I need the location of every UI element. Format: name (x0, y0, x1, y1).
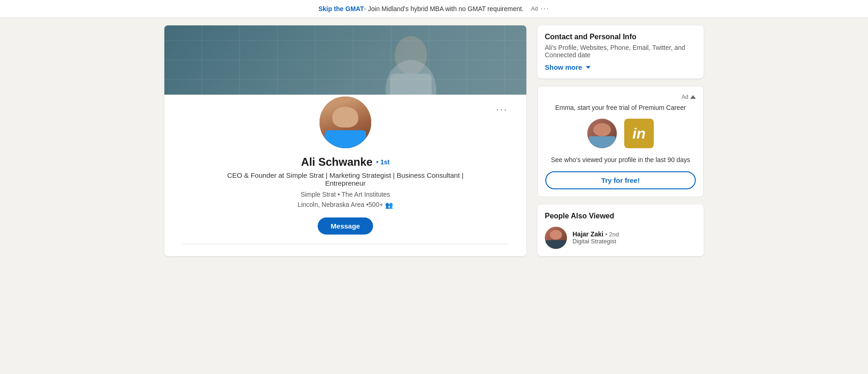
skip-gmat-link[interactable]: Skip the GMAT (319, 5, 364, 12)
linkedin-premium-logo: in (624, 119, 654, 148)
right-sidebar: Contact and Personal Info Ali's Profile,… (537, 25, 704, 256)
premium-subtext: See who's viewed your profile in the las… (545, 156, 696, 165)
avatar-wrapper (183, 95, 508, 150)
profile-divider (183, 244, 508, 244)
profile-content: ··· Ali Schwanke • 1st CEO & Founder at … (164, 95, 526, 255)
ad-description-text: - Join Midland's hybrid MBA with no GMAT… (364, 5, 524, 12)
profile-name-row: Ali Schwanke • 1st (183, 156, 508, 169)
premium-ad-label: Ad (681, 94, 688, 100)
profile-headline: CEO & Founder at Simple Strat | Marketin… (207, 171, 484, 187)
person-title: Digital Strategist (573, 238, 619, 245)
contact-card: Contact and Personal Info Ali's Profile,… (537, 25, 704, 78)
chevron-down-icon (586, 66, 591, 69)
person-avatar (545, 227, 567, 249)
premium-ad-message: Emma, start your free trial of Premium C… (545, 104, 696, 111)
main-layout: ··· Ali Schwanke • 1st CEO & Founder at … (157, 25, 711, 256)
premium-visuals: in (545, 119, 696, 148)
ad-more-options-button[interactable]: ··· (541, 5, 549, 13)
profile-card: ··· Ali Schwanke • 1st CEO & Founder at … (164, 25, 526, 256)
premium-ad-card: Ad Emma, start your free trial of Premiu… (537, 86, 704, 197)
people-also-viewed-title: People Also Viewed (545, 212, 696, 220)
top-ad-banner: Skip the GMAT - Join Midland's hybrid MB… (0, 0, 868, 18)
person-degree-badge: • 2nd (605, 231, 619, 238)
connection-degree-badge: • 1st (376, 158, 390, 166)
connections-icon (385, 201, 393, 208)
profile-companies: Simple Strat • The Art Institutes (183, 191, 508, 198)
person-name-row: Hajar Zaki • 2nd (573, 230, 619, 238)
show-more-label: Show more (545, 63, 582, 71)
contact-card-subtitle: Ali's Profile, Websites, Phone, Email, T… (545, 44, 696, 59)
try-free-button[interactable]: Try for free! (545, 171, 696, 189)
message-button[interactable]: Message (318, 217, 373, 235)
contact-card-title: Contact and Personal Info (545, 33, 696, 41)
show-more-button[interactable]: Show more (545, 63, 591, 71)
person-name: Hajar Zaki (573, 230, 603, 238)
svg-point-0 (395, 36, 427, 75)
person-item[interactable]: Hajar Zaki • 2nd Digital Strategist (545, 227, 696, 249)
ad-triangle-icon (690, 95, 696, 99)
location-text: Lincoln, Nebraska Area (297, 201, 364, 208)
avatar (318, 95, 373, 150)
profile-location: Lincoln, Nebraska Area •500+ (183, 201, 508, 208)
profile-name: Ali Schwanke (301, 156, 373, 169)
action-buttons: Message (183, 217, 508, 235)
ad-label: Ad (531, 6, 538, 12)
avatar-face (319, 97, 371, 148)
person-info: Hajar Zaki • 2nd Digital Strategist (573, 230, 619, 245)
ad-top-row: Ad (545, 94, 696, 100)
profile-name-section: Ali Schwanke • 1st CEO & Founder at Simp… (183, 156, 508, 235)
people-also-viewed-card: People Also Viewed Hajar Zaki • 2nd Digi… (537, 205, 704, 256)
connections-count: •500+ (366, 201, 383, 208)
premium-user-avatar (587, 119, 617, 148)
